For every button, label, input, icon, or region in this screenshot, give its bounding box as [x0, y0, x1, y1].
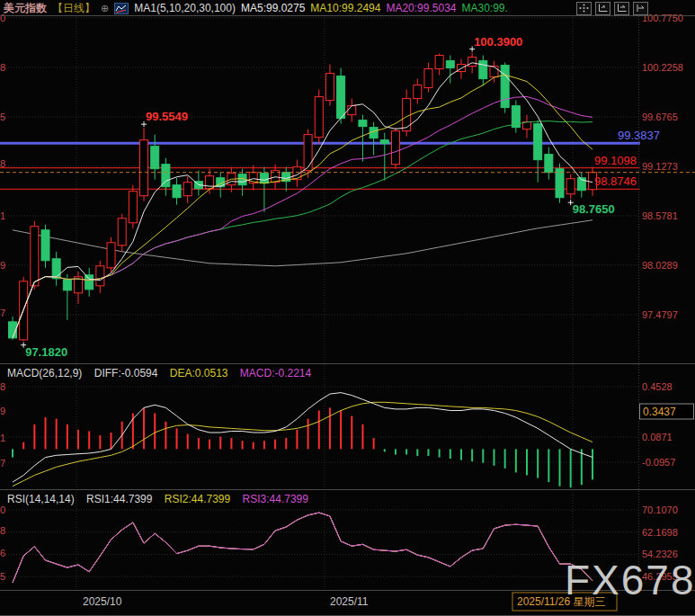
price-axis-label: 99.6765	[642, 112, 678, 122]
price-panel	[0, 53, 640, 342]
candle-body	[315, 97, 323, 138]
candle-body	[435, 56, 443, 69]
macd-hist-bar	[570, 449, 572, 487]
macd-hist-bar	[88, 431, 90, 449]
drag-move-icon[interactable]	[576, 2, 592, 15]
circle-plus-icon[interactable]: ⊕	[101, 3, 109, 14]
macd-hist-bar	[230, 438, 232, 449]
macd-panel-header: MACD(26,12,9) DIFF:-0.0594 DEA:0.0513 MA…	[7, 367, 320, 379]
clipped-axis-digit: 8	[0, 525, 5, 536]
macd-hist-bar	[471, 449, 473, 461]
macd-hist-bar	[504, 449, 506, 468]
candle-body	[468, 58, 477, 67]
candle-body	[52, 259, 60, 279]
rsi-axis-label: 62.1698	[642, 527, 678, 538]
macd-hist-bar	[12, 449, 13, 457]
clipped-axis-digit: 9	[0, 260, 5, 271]
candles-layer	[9, 53, 597, 342]
macd-hist-bar	[482, 449, 484, 462]
rsi-axis-label: 70.1070	[642, 504, 678, 515]
price-axis-label: 98.5781	[642, 210, 678, 221]
macd-hist-bar	[33, 424, 35, 450]
rsi3-value: RSI3:44.7399	[243, 493, 308, 505]
rsi1-line	[13, 513, 593, 583]
candle-body	[151, 147, 159, 169]
candle-body	[63, 280, 71, 290]
time-axis-label: 2025/11	[330, 595, 369, 608]
candle-body	[359, 121, 367, 127]
macd-hist-bar	[526, 449, 528, 475]
period-label[interactable]: 【日线】	[52, 1, 95, 16]
macd-hist-bar	[559, 449, 561, 486]
candle-body	[391, 131, 399, 165]
pan-right-icon[interactable]	[633, 2, 648, 15]
symbol-name: 美元指数	[4, 1, 47, 16]
macd-hist-bar	[329, 407, 331, 449]
clipped-axis-digit: 5	[0, 112, 5, 122]
candle-body	[118, 219, 126, 246]
macd-hist-bar	[581, 449, 583, 485]
macd-hist-bar	[253, 442, 254, 450]
macd-hist-bar	[395, 449, 397, 454]
candle-body	[206, 176, 214, 189]
mini-chart-icon[interactable]	[114, 3, 129, 14]
clipped-axis-digit: 1	[0, 210, 5, 221]
macd-hist-bar	[242, 441, 244, 449]
macd-hist-bar	[143, 407, 145, 449]
candle-body	[545, 155, 553, 173]
candle-body	[556, 169, 564, 198]
macd-hist-bar	[405, 449, 407, 454]
macd-diff-value: DIFF:-0.0594	[94, 367, 158, 379]
macd-axis-label: 0.0871	[642, 432, 673, 442]
ma20-line	[13, 97, 593, 338]
rsi1-value: RSI1:44.7399	[86, 493, 152, 505]
candle-body	[304, 135, 312, 171]
fx678-watermark: FX678	[565, 556, 695, 604]
rsi-panel-header: RSI(14,14,14) RSI1:44.7399 RSI2:44.7399 …	[7, 493, 317, 505]
scale-y-axis-icon[interactable]	[595, 2, 610, 15]
rsi2-value: RSI2:44.7399	[165, 493, 230, 505]
chart-canvas[interactable]: 100.7750100.225899.676599.127398.578198.…	[0, 0, 695, 616]
macd-hist-bar	[548, 449, 549, 482]
ma10-line	[13, 75, 593, 338]
macd-hist-bar	[439, 449, 441, 457]
time-axis-label: 2025/10	[83, 595, 122, 608]
swing-low-label: 97.1820	[25, 345, 67, 359]
rsi3-line	[13, 513, 593, 583]
clipped-axis-digit: 8	[0, 381, 5, 392]
macd-hist-bar	[56, 419, 58, 450]
macd-hist-bar	[22, 442, 24, 450]
candle-body	[566, 179, 575, 194]
macd-hist-bar	[361, 424, 363, 450]
macd-hist-bar	[45, 417, 47, 449]
macd-hist-bar	[351, 416, 352, 450]
price-axis-label: 100.2258	[642, 62, 683, 73]
scale-x-axis-icon[interactable]	[614, 2, 629, 15]
candle-body	[501, 66, 509, 108]
macd-hist-bar	[274, 440, 276, 450]
clipped-axis-digit: 8	[0, 62, 5, 73]
macd-hist-bar	[450, 449, 451, 459]
clipped-axis-digit: 8	[0, 158, 5, 169]
clipped-axis-digit: 1	[0, 433, 5, 443]
macd-hist-bar	[340, 410, 342, 449]
candle-body	[260, 174, 268, 183]
ma-settings-label: MA1(5,10,20,30,100)	[134, 2, 236, 14]
ma20-value: MA20:99.5034	[386, 2, 456, 14]
swing-low-label: 98.7650	[573, 202, 615, 216]
toolbar-icons	[576, 2, 648, 15]
ma5-value: MA5:99.0275	[241, 2, 305, 14]
macd-title: MACD(26,12,9)	[7, 367, 82, 379]
candle-body	[96, 266, 104, 286]
macd-dea-value: DEA:0.0513	[170, 367, 228, 379]
ma30-value: MA30:99.	[461, 2, 507, 14]
macd-axis-label: 0.4528	[642, 381, 673, 392]
level-line-label: 99.1098	[594, 154, 637, 167]
macd-hist-bar	[209, 440, 210, 450]
candle-body	[490, 67, 498, 77]
candle-body	[325, 74, 334, 101]
rsi-title: RSI(14,14,14)	[7, 493, 75, 505]
clipped-axis-digit: 5	[0, 571, 5, 582]
ma30-line	[13, 121, 593, 338]
macd-macd-value: MACD:-0.2214	[240, 367, 311, 379]
